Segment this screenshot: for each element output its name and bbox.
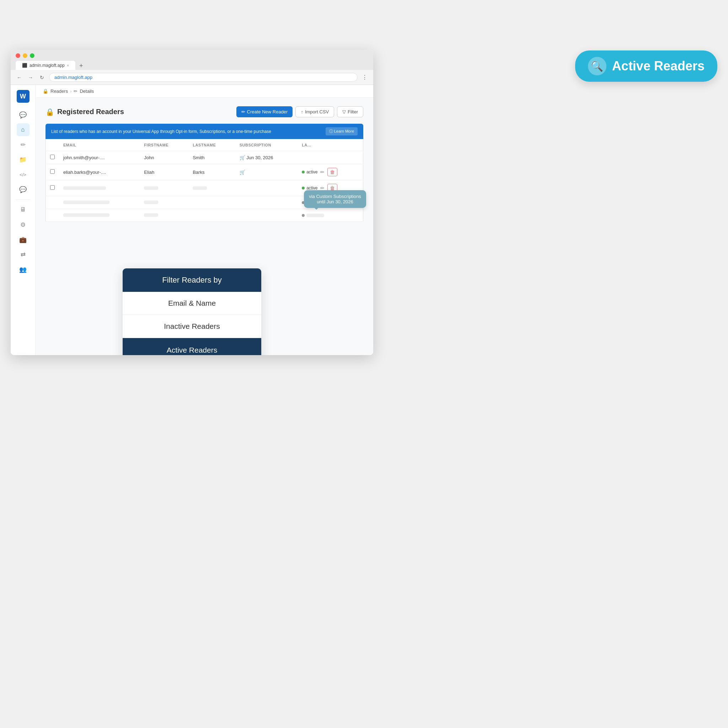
status-text: active: [306, 170, 317, 174]
create-reader-button[interactable]: ✏ Create New Reader: [236, 106, 293, 117]
row2-lastname: Barks: [188, 164, 236, 180]
skeleton: [144, 213, 158, 217]
active-readers-label: Active Readers: [612, 59, 705, 73]
filter-dropdown: Filter Readers by Email & Name Inactive …: [122, 268, 261, 355]
sidebar: W 💬 ⌂ ✏ 📁 </> 💬 🖥 ⚙ 💼 ⇄ 👥: [11, 85, 35, 355]
dot-yellow[interactable]: [23, 54, 28, 58]
table-row: john.smith@your-.... John Smith 🛒 Jun 30…: [46, 151, 363, 164]
sidebar-item-code[interactable]: </>: [17, 168, 29, 181]
sidebar-item-share[interactable]: ⇄: [17, 248, 29, 261]
import-csv-button[interactable]: ↑ Import CSV: [295, 106, 334, 117]
row1-firstname: John: [140, 151, 188, 164]
row4-firstname: [140, 196, 188, 209]
row2-firstname: Eliah: [140, 164, 188, 180]
checkbox-input[interactable]: [50, 169, 55, 174]
learn-more-button[interactable]: ⓘ Learn More: [326, 127, 358, 135]
breadcrumb: 🔒 Readers › ✏ Details: [35, 85, 373, 98]
settings-button[interactable]: ⋮: [361, 73, 369, 82]
tab-close-button[interactable]: ×: [67, 63, 69, 67]
col-lastname: LASTNAME: [188, 139, 236, 151]
header-actions: ✏ Create New Reader ↑ Import CSV ▽ Filte…: [236, 106, 363, 117]
browser-toolbar: ← → ↻ admin.magloft.app ⋮: [11, 70, 373, 85]
dot-red[interactable]: [16, 54, 20, 58]
sidebar-item-display[interactable]: 🖥: [17, 203, 29, 216]
address-bar[interactable]: admin.magloft.app: [49, 73, 358, 82]
tooltip-text: via Custom Subscriptions until Jun 30, 2…: [309, 194, 361, 204]
row1-subscription: 🛒 Jun 30, 2026: [236, 151, 298, 164]
refresh-button[interactable]: ↻: [38, 73, 46, 82]
row1-checkbox[interactable]: [46, 151, 60, 164]
sidebar-item-chat[interactable]: 💬: [17, 109, 29, 121]
subscription-tooltip: via Custom Subscriptions until Jun 30, 2…: [304, 190, 366, 208]
breadcrumb-details[interactable]: Details: [80, 89, 94, 94]
row5-checkbox[interactable]: [46, 209, 60, 222]
filter-option-email[interactable]: Email & Name: [122, 292, 261, 315]
dot-green[interactable]: [30, 54, 35, 58]
create-icon: ✏: [242, 109, 245, 115]
skeleton: [193, 186, 207, 190]
row5-status: [298, 209, 363, 222]
browser-tab-active[interactable]: ⬛ admin.magloft.app ×: [16, 61, 75, 70]
skeleton: [63, 200, 110, 204]
sidebar-item-home[interactable]: ⌂: [17, 123, 29, 136]
skeleton: [144, 186, 158, 190]
row1-lastname: Smith: [188, 151, 236, 164]
checkbox-input[interactable]: [50, 154, 55, 159]
filter-dropdown-header: Filter Readers by: [122, 268, 261, 292]
content-area: 🔒 Readers › ✏ Details 🔒 Registered Reade…: [35, 85, 373, 355]
edit-button[interactable]: ✏: [319, 168, 326, 176]
col-checkbox: [46, 139, 60, 151]
title-text: Registered Readers: [57, 108, 124, 116]
row3-subscription: [236, 180, 298, 196]
col-firstname: FIRSTNAME: [140, 139, 188, 151]
import-icon: ↑: [301, 109, 303, 115]
info-text: List of readers who has an account in yo…: [51, 129, 271, 134]
row4-email: [59, 196, 140, 209]
row5-email: [59, 209, 140, 222]
filter-option-inactive[interactable]: Inactive Readers: [122, 315, 261, 338]
row4-checkbox[interactable]: [46, 196, 60, 209]
row3-email: [59, 180, 140, 196]
import-label: Import CSV: [305, 109, 329, 115]
col-subscription: SUBSCRIPTION: [236, 139, 298, 151]
app-layout: W 💬 ⌂ ✏ 📁 </> 💬 🖥 ⚙ 💼 ⇄ 👥 🔒 Readers › ✏ …: [11, 85, 373, 355]
delete-button[interactable]: 🗑: [327, 168, 337, 176]
browser-dots: [16, 54, 368, 58]
tab-title: admin.magloft.app: [29, 63, 65, 68]
new-tab-button[interactable]: +: [77, 61, 85, 70]
row3-firstname: [140, 180, 188, 196]
page-header: 🔒 Registered Readers ✏ Create New Reader…: [46, 106, 363, 117]
back-button[interactable]: ←: [15, 73, 23, 82]
checkbox-input[interactable]: [50, 185, 55, 190]
forward-button[interactable]: →: [26, 73, 35, 82]
status-dot: [302, 187, 304, 190]
row3-checkbox[interactable]: [46, 180, 60, 196]
status-text: active: [306, 185, 317, 191]
status-dot-gray: [302, 214, 304, 217]
skeleton: [144, 200, 158, 204]
active-readers-bubble: 🔍 Active Readers: [575, 50, 717, 82]
row5-subscription: [236, 209, 298, 222]
breadcrumb-readers[interactable]: Readers: [50, 89, 68, 94]
tab-favicon: ⬛: [22, 63, 28, 68]
browser-tabs: ⬛ admin.magloft.app × +: [16, 61, 368, 70]
row4-lastname: [188, 196, 236, 209]
sidebar-item-edit[interactable]: ✏: [17, 138, 29, 151]
sidebar-item-settings[interactable]: ⚙: [17, 218, 29, 231]
filter-button[interactable]: ▽ Filter: [337, 106, 363, 117]
info-banner: List of readers who has an account in yo…: [46, 124, 363, 139]
sidebar-divider: [16, 199, 30, 200]
filter-label: Filter: [348, 109, 358, 115]
row5-lastname: [188, 209, 236, 222]
row2-subscription: 🛒: [236, 164, 298, 180]
row2-checkbox[interactable]: [46, 164, 60, 180]
sidebar-item-folder[interactable]: 📁: [17, 153, 29, 166]
row4-subscription: [236, 196, 298, 209]
sidebar-item-messages[interactable]: 💬: [17, 183, 29, 196]
filter-option-active[interactable]: Active Readers: [122, 338, 261, 355]
sidebar-item-users[interactable]: 👥: [17, 263, 29, 276]
search-icon: 🔍: [588, 57, 606, 75]
create-label: Create New Reader: [247, 109, 288, 115]
sidebar-item-briefcase[interactable]: 💼: [17, 233, 29, 246]
browser-titlebar: ⬛ admin.magloft.app × +: [11, 50, 373, 70]
